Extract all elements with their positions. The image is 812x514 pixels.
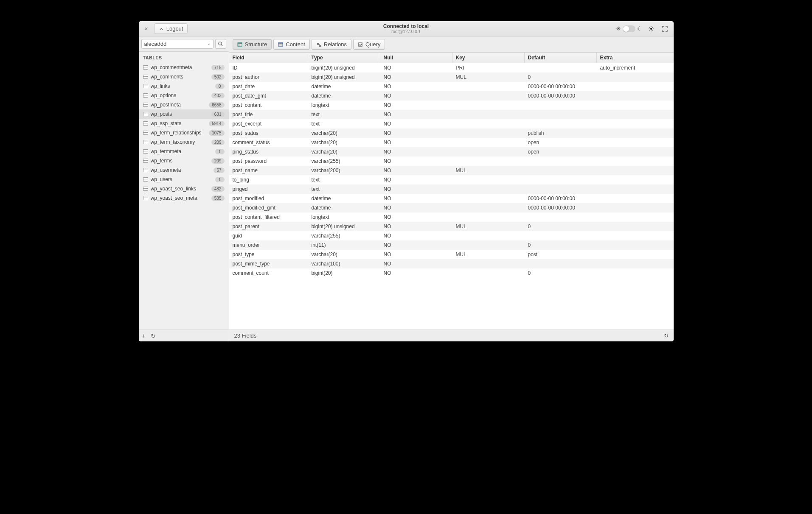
table-row[interactable]: post_typevarchar(20)NOMULpost (229, 250, 674, 259)
table-row[interactable]: post_modified_gmtdatetimeNO0000-00-00 00… (229, 203, 674, 212)
cell-extra (597, 166, 674, 175)
sidebar-footer: + ↻ (139, 330, 229, 341)
table-count: 1 (215, 177, 225, 182)
sidebar-table-item[interactable]: wp_yoast_seo_links482 (139, 184, 229, 193)
cell-field: post_title (229, 110, 308, 119)
table-row[interactable]: post_date_gmtdatetimeNO0000-00-00 00:00:… (229, 91, 674, 101)
col-type[interactable]: Type (308, 53, 380, 63)
sidebar-table-item[interactable]: wp_ssp_stats5914 (139, 119, 229, 128)
cell-default: 0000-00-00 00:00:00 (525, 91, 597, 101)
tab-relations[interactable]: Relations (312, 39, 351, 50)
sidebar-table-item[interactable]: wp_users1 (139, 175, 229, 184)
close-icon[interactable]: × (143, 25, 150, 33)
table-name: wp_posts (151, 111, 209, 117)
svg-rect-2 (238, 42, 242, 47)
table-row[interactable]: post_contentlongtextNO (229, 101, 674, 110)
table-icon (143, 187, 148, 191)
sidebar-table-item[interactable]: wp_postmeta6658 (139, 100, 229, 109)
sidebar-table-item[interactable]: wp_links0 (139, 81, 229, 91)
columns-header: Field Type Null Key Default Extra (229, 53, 674, 63)
sidebar-table-item[interactable]: wp_usermeta57 (139, 165, 229, 175)
tab-content-label: Content (286, 41, 305, 47)
theme-toggle[interactable]: ☀ ☾ (616, 25, 642, 32)
table-row[interactable]: post_mime_typevarchar(100)NO (229, 259, 674, 268)
cell-extra (597, 240, 674, 250)
cell-null: NO (380, 268, 452, 278)
sidebar: alecaddd TABLES wp_commentmeta715wp_comm… (139, 36, 229, 341)
col-key[interactable]: Key (452, 53, 525, 63)
tab-content[interactable]: Content (273, 39, 310, 50)
sidebar-table-item[interactable]: wp_terms209 (139, 156, 229, 165)
database-select[interactable]: alecaddd (141, 39, 214, 49)
sidebar-table-item[interactable]: wp_commentmeta715 (139, 63, 229, 72)
tab-query[interactable]: Query (353, 39, 385, 50)
table-row[interactable]: post_titletextNO (229, 110, 674, 119)
col-default[interactable]: Default (525, 53, 597, 63)
cell-field: comment_count (229, 268, 308, 278)
add-table-button[interactable]: + (142, 332, 146, 339)
cell-type: bigint(20) (308, 268, 380, 278)
cell-default: open (525, 138, 597, 147)
logout-icon (159, 26, 164, 31)
cell-field: post_excerpt (229, 119, 308, 128)
table-name: wp_usermeta (151, 167, 211, 173)
table-row[interactable]: post_passwordvarchar(255)NO (229, 156, 674, 166)
tab-structure[interactable]: Structure (233, 39, 272, 50)
sidebar-table-item[interactable]: wp_term_relationships1075 (139, 128, 229, 137)
cell-type: int(11) (308, 240, 380, 250)
toolbar: Structure Content Relations Query (229, 36, 674, 53)
table-row[interactable]: guidvarchar(255)NO (229, 231, 674, 240)
cell-type: datetime (308, 91, 380, 101)
cell-default (525, 259, 597, 268)
table-row[interactable]: ping_statusvarchar(20)NOopen (229, 147, 674, 156)
cell-key (452, 259, 525, 268)
cell-default: 0000-00-00 00:00:00 (525, 194, 597, 203)
col-null[interactable]: Null (380, 53, 452, 63)
sidebar-table-item[interactable]: wp_options403 (139, 91, 229, 100)
cell-extra (597, 110, 674, 119)
table-row[interactable]: post_parentbigint(20) unsignedNOMUL0 (229, 222, 674, 231)
sidebar-table-item[interactable]: wp_comments502 (139, 72, 229, 81)
table-row[interactable]: post_statusvarchar(20)NOpublish (229, 128, 674, 138)
table-row[interactable]: post_excerpttextNO (229, 119, 674, 128)
cell-null: NO (380, 166, 452, 175)
table-row[interactable]: post_modifieddatetimeNO0000-00-00 00:00:… (229, 194, 674, 203)
table-name: wp_terms (151, 158, 209, 164)
table-name: wp_term_relationships (151, 130, 207, 136)
table-row[interactable]: post_content_filteredlongtextNO (229, 212, 674, 222)
cell-extra (597, 156, 674, 166)
gear-icon (648, 26, 654, 32)
search-button[interactable] (215, 39, 226, 49)
refresh-structure-button[interactable]: ↻ (664, 332, 669, 339)
cell-type: varchar(255) (308, 231, 380, 240)
refresh-tables-button[interactable]: ↻ (151, 332, 156, 339)
col-extra[interactable]: Extra (597, 53, 674, 63)
cell-type: datetime (308, 194, 380, 203)
table-row[interactable]: menu_orderint(11)NO0 (229, 240, 674, 250)
table-row[interactable]: pingedtextNO (229, 184, 674, 194)
cell-null: NO (380, 91, 452, 101)
app-window: × Logout Connected to local root@127.0.0… (139, 21, 674, 341)
logout-button[interactable]: Logout (154, 23, 188, 34)
table-row[interactable]: comment_statusvarchar(20)NOopen (229, 138, 674, 147)
table-row[interactable]: post_datedatetimeNO0000-00-00 00:00:00 (229, 82, 674, 91)
table-count: 209 (211, 140, 225, 145)
cell-type: varchar(20) (308, 147, 380, 156)
sidebar-table-item[interactable]: wp_posts631 (139, 109, 229, 119)
settings-button[interactable] (646, 24, 656, 34)
fullscreen-button[interactable] (660, 24, 669, 34)
table-row[interactable]: to_pingtextNO (229, 175, 674, 184)
table-count: 715 (211, 65, 225, 70)
cell-field: menu_order (229, 240, 308, 250)
sidebar-table-item[interactable]: wp_term_taxonomy209 (139, 137, 229, 147)
cell-default (525, 156, 597, 166)
table-row[interactable]: post_namevarchar(200)NOMUL (229, 166, 674, 175)
sidebar-table-item[interactable]: wp_termmeta1 (139, 147, 229, 156)
toggle-switch[interactable] (623, 25, 635, 32)
cell-default (525, 101, 597, 110)
table-row[interactable]: IDbigint(20) unsignedNOPRIauto_increment (229, 63, 674, 73)
table-row[interactable]: post_authorbigint(20) unsignedNOMUL0 (229, 73, 674, 82)
col-field[interactable]: Field (229, 53, 308, 63)
table-row[interactable]: comment_countbigint(20)NO0 (229, 268, 674, 278)
sidebar-table-item[interactable]: wp_yoast_seo_meta535 (139, 193, 229, 203)
